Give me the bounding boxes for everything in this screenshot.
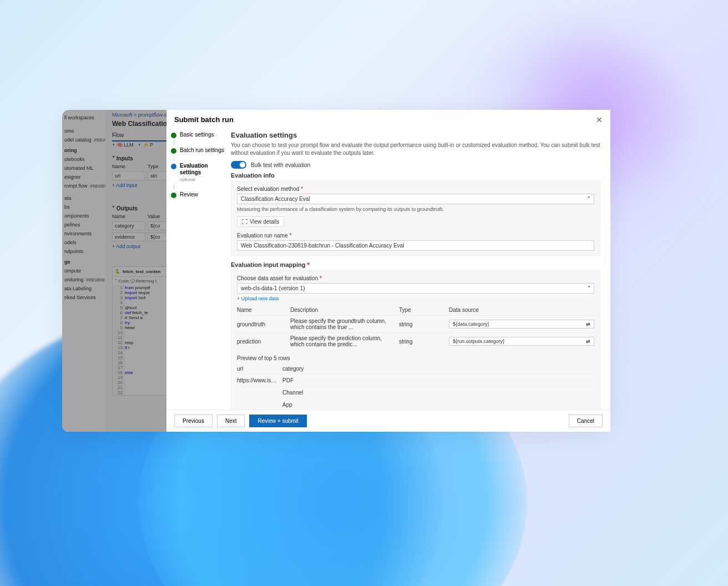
checkmark-icon (171, 148, 176, 154)
mapping-icon[interactable]: ⇄ (586, 321, 590, 327)
mapping-row: groundtruth Please specify the groundtru… (237, 315, 594, 332)
review-submit-button[interactable]: Review + submit (249, 415, 307, 427)
nav-item[interactable]: utomated ML (62, 164, 105, 173)
output-name[interactable]: category (112, 221, 145, 230)
step-review[interactable]: Review (180, 191, 198, 198)
previous-button[interactable]: Previous (174, 415, 213, 427)
view-details-button[interactable]: ⛶ View details (237, 216, 284, 227)
wizard-steps: Basic settings Batch run settings Evalua… (166, 128, 228, 410)
next-button[interactable]: Next (217, 415, 245, 427)
nav-category: ge (62, 256, 105, 266)
method-hint: Measuring the performance of a classific… (237, 206, 594, 212)
nav-workspaces[interactable]: ll workspaces (62, 113, 105, 122)
mapping-row: prediction Please specify the prediction… (237, 332, 594, 350)
modal-title: Submit batch run (174, 115, 234, 124)
step-batch[interactable]: Batch run settings (180, 147, 224, 154)
upload-new-data-link[interactable]: + Upload new data (237, 296, 594, 301)
nav-item[interactable]: nked Services (62, 293, 105, 302)
preview-row: Channel (237, 387, 594, 399)
nav-item[interactable]: omponents (62, 211, 105, 220)
evaluation-run-name-input[interactable]: Web Classification-230819-batchrun - Cla… (237, 240, 594, 251)
nav-item[interactable]: ome (62, 127, 105, 135)
input-name[interactable]: url (112, 171, 145, 180)
chevron-down-icon: ˅ (588, 285, 590, 291)
python-icon: 🐍 (115, 269, 120, 274)
nav-item[interactable]: pelines (62, 220, 105, 229)
nav-item[interactable]: ompute (62, 266, 105, 275)
submit-batch-run-modal: Submit batch run ✕ Basic settings Batch … (166, 110, 610, 432)
close-icon[interactable]: ✕ (596, 115, 603, 124)
sidebar: ll workspaces ome odel catalog PREVIEW o… (62, 110, 105, 432)
chevron-down-icon: ˅ (588, 196, 590, 202)
mapping-title: Evaluation input mapping (231, 261, 305, 268)
panel-heading: Evaluation settings (231, 131, 600, 139)
add-python-button[interactable]: + ⚡ P (138, 142, 153, 148)
nav-item[interactable]: onitoring PREVIEW (62, 275, 105, 284)
expand-icon: ⛶ (242, 219, 247, 225)
nav-item[interactable]: ndpoints (62, 247, 105, 256)
preview-title: Preview of top 5 rows (237, 355, 594, 361)
cancel-button[interactable]: Cancel (569, 415, 603, 427)
nav-item[interactable]: odel catalog PREVIEW (62, 135, 105, 144)
nav-item[interactable]: esigner (62, 173, 105, 181)
breadcrumb[interactable]: Microsoft > promptflow-d (112, 112, 167, 118)
add-llm-button[interactable]: + 🧠 LLM (112, 142, 134, 148)
mapping-icon[interactable]: ⇄ (586, 339, 590, 344)
eval-info-title: Evaluation info (231, 172, 600, 179)
step-basic[interactable]: Basic settings (180, 132, 214, 138)
nav-item[interactable]: odels (62, 238, 105, 247)
nav-item[interactable]: rompt flow PREVIEW (62, 181, 105, 190)
checkmark-icon (171, 193, 176, 198)
nav-item[interactable]: bs (62, 203, 105, 211)
nav-item[interactable]: ata (62, 194, 105, 203)
nav-item[interactable]: otebooks (62, 155, 105, 164)
nav-category: oring (62, 144, 105, 155)
active-step-icon (171, 164, 176, 169)
bulk-test-toggle[interactable] (231, 161, 246, 169)
data-source-input[interactable]: ${run.outputs.category}⇄ (449, 337, 594, 346)
evaluation-method-select[interactable]: Classification Accuracy Eval ˅ (237, 194, 594, 204)
preview-row: https://www.isa.org/o...PDF (237, 375, 594, 387)
data-source-input[interactable]: ${data.category}⇄ (449, 320, 594, 329)
step-eval[interactable]: Evaluation settingsoptional (180, 163, 228, 183)
output-name[interactable]: evidence (112, 233, 145, 241)
data-asset-select[interactable]: web-cls-data-1 (version 1) ˅ (237, 283, 594, 294)
panel-description: You can choose to test your prompt flow … (231, 142, 600, 156)
nav-item[interactable]: ata Labeling (62, 284, 105, 293)
checkmark-icon (171, 133, 176, 138)
nav-item[interactable]: nvironments (62, 229, 105, 238)
preview-row: App (237, 399, 594, 410)
toggle-label: Bulk test with evaluation (251, 162, 310, 168)
